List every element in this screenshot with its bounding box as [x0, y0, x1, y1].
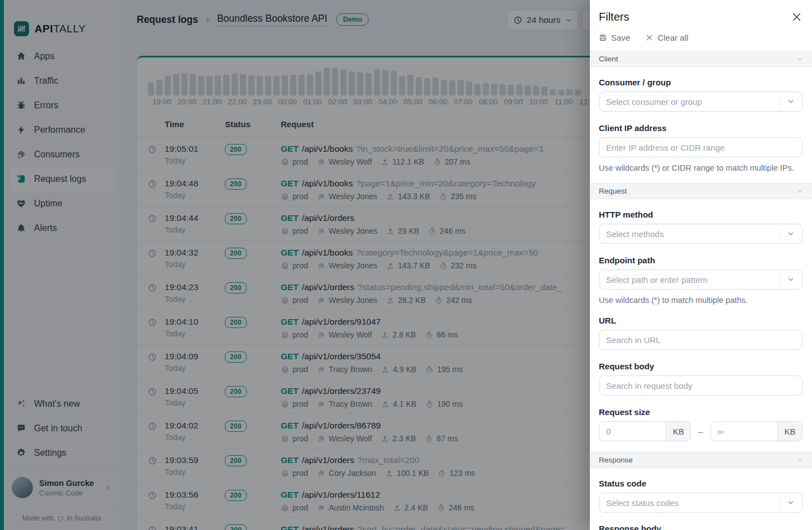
section-label: Client	[599, 55, 618, 63]
request-body-label: Request body	[599, 362, 803, 371]
request-body-input[interactable]: Search in request body	[599, 375, 803, 396]
filters-title: Filters	[599, 11, 629, 23]
select-placeholder: Select path or enter pattern	[606, 275, 708, 285]
client-ip-help: Use wildcards (*) or CIDR range to match…	[599, 163, 803, 172]
endpoint-path-label: Endpoint path	[599, 256, 803, 265]
client-ip-label: Client IP address	[599, 123, 803, 133]
client-ip-input[interactable]: Enter IP address or CIDR range	[599, 137, 803, 157]
input-placeholder: Search in request body	[606, 381, 692, 391]
input-placeholder: Enter IP address or CIDR range	[606, 143, 724, 152]
endpoint-path-select[interactable]: Select path or enter pattern	[599, 269, 803, 290]
chevron-down-icon	[796, 188, 803, 195]
status-code-label: Status code	[599, 479, 803, 488]
chevron-down-icon	[787, 276, 795, 283]
unit-addon: KB	[666, 422, 690, 441]
modal-dim-overlay[interactable]	[0, 0, 590, 530]
input-placeholder: 0	[599, 422, 666, 441]
chevron-down-icon	[787, 499, 795, 507]
chevron-down-icon	[787, 98, 795, 105]
filters-panel: Filters Save Clear all Client Consumer /…	[590, 0, 812, 530]
select-placeholder: Select status codes	[606, 498, 679, 508]
consumer-group-label: Consumer / group	[599, 78, 803, 87]
select-placeholder: Select methods	[606, 229, 664, 239]
section-client[interactable]: Client	[590, 51, 812, 67]
response-body-label: Response body	[599, 524, 803, 530]
save-filters-button[interactable]: Save	[599, 33, 630, 42]
x-icon	[645, 33, 654, 42]
clear-all-button[interactable]: Clear all	[645, 33, 688, 42]
close-icon[interactable]	[791, 11, 803, 23]
chevron-down-icon	[787, 230, 795, 238]
request-size-label: Request size	[599, 407, 803, 417]
request-size-min-input[interactable]: 0 KB	[599, 421, 691, 441]
save-label: Save	[611, 33, 630, 42]
chevron-down-icon	[796, 457, 803, 464]
endpoint-path-help: Use wildcards (*) to match multiple path…	[599, 296, 803, 305]
floppy-icon	[599, 33, 607, 42]
select-placeholder: Select consumer or group	[606, 97, 702, 107]
section-request[interactable]: Request	[590, 183, 812, 199]
section-label: Request	[599, 187, 627, 195]
range-separator: –	[698, 427, 703, 436]
unit-addon: KB	[777, 422, 802, 441]
consumer-group-select[interactable]: Select consumer or group	[599, 91, 803, 112]
input-placeholder: Search in URL	[606, 335, 661, 345]
url-input[interactable]: Search in URL	[599, 330, 803, 350]
section-label: Response	[599, 456, 633, 464]
clear-all-label: Clear all	[657, 33, 688, 42]
url-label: URL	[599, 316, 803, 325]
http-method-select[interactable]: Select methods	[599, 224, 803, 244]
status-code-select[interactable]: Select status codes	[599, 493, 803, 513]
http-method-label: HTTP method	[599, 210, 803, 219]
section-response[interactable]: Response	[590, 452, 812, 468]
request-size-max-input[interactable]: ∞ KB	[710, 421, 803, 441]
input-placeholder: ∞	[711, 422, 777, 441]
chevron-down-icon	[796, 56, 803, 62]
